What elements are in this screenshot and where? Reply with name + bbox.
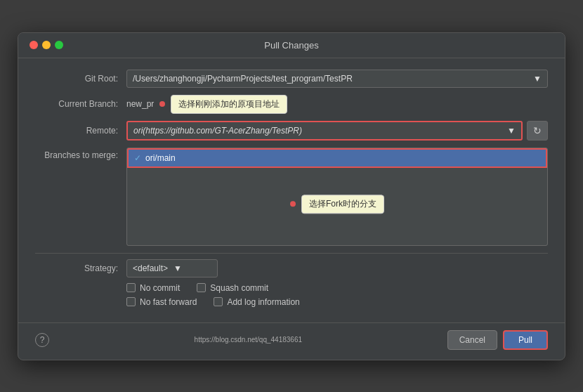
action-buttons: Cancel Pull (447, 330, 548, 350)
remote-select-value: ori(https://github.com/GT-AcerZhang/Test… (133, 126, 302, 136)
git-root-arrow: ▼ (533, 74, 542, 84)
divider (35, 253, 548, 254)
annotation-dot-2 (290, 201, 296, 207)
strategy-value: <default> (133, 263, 168, 273)
refresh-button[interactable]: ↻ (527, 121, 548, 141)
tooltip-1: 选择刚刚添加的原项目地址 (171, 95, 287, 114)
git-root-select[interactable]: /Users/zhanghongji/PycharmProjects/test_… (126, 70, 548, 88)
strategy-label: Strategy: (35, 263, 126, 273)
add-log-item: Add log information (214, 297, 299, 307)
no-commit-item: No commit (126, 283, 180, 293)
tooltip-container-2: 选择Fork时的分支 (290, 195, 384, 214)
pull-changes-dialog: Pull Changes Git Root: /Users/zhanghongj… (18, 32, 565, 360)
branches-label: Branches to merge: (35, 148, 126, 160)
checkboxes-row-2: No fast forward Add log information (126, 297, 548, 307)
remote-select[interactable]: ori(https://github.com/GT-AcerZhang/Test… (126, 121, 523, 141)
help-button[interactable]: ? (35, 333, 49, 347)
remote-control: ori(https://github.com/GT-AcerZhang/Test… (126, 121, 548, 141)
remote-inner: ori(https://github.com/GT-AcerZhang/Test… (126, 121, 548, 141)
no-fast-forward-item: No fast forward (126, 297, 197, 307)
remote-label: Remote: (35, 126, 126, 136)
current-branch-label: Current Branch: (35, 99, 126, 109)
branches-row: Branches to merge: ✓ ori/main 选择Fork时的分支 (35, 148, 548, 246)
current-branch-row: Current Branch: new_pr 选择刚刚添加的原项目地址 (35, 95, 548, 114)
no-commit-checkbox[interactable] (126, 283, 136, 292)
strategy-section: Strategy: <default> ▼ No commit Squash c… (35, 259, 548, 307)
no-fast-forward-checkbox[interactable] (126, 297, 136, 306)
dialog-title: Pull Changes (264, 40, 318, 51)
git-root-value: /Users/zhanghongji/PycharmProjects/test_… (133, 74, 353, 84)
traffic-lights (30, 41, 63, 49)
remote-row: Remote: ori(https://github.com/GT-AcerZh… (35, 121, 548, 141)
squash-commit-label: Squash commit (210, 283, 268, 293)
minimize-button[interactable] (42, 41, 51, 49)
branches-control: ✓ ori/main 选择Fork时的分支 (126, 148, 548, 246)
branch-checkmark: ✓ (134, 153, 141, 163)
no-fast-forward-label: No fast forward (140, 297, 197, 307)
title-bar: Pull Changes (18, 33, 565, 58)
branches-list[interactable]: ✓ ori/main 选择Fork时的分支 (126, 148, 548, 246)
tooltip-2: 选择Fork时的分支 (301, 195, 384, 214)
git-root-row: Git Root: /Users/zhanghongji/PycharmProj… (35, 70, 548, 88)
current-branch-inner: new_pr 选择刚刚添加的原项目地址 (126, 95, 548, 114)
cancel-button[interactable]: Cancel (447, 330, 497, 350)
annotation-dot-1 (159, 101, 165, 107)
current-branch-control: new_pr 选择刚刚添加的原项目地址 (126, 95, 548, 114)
git-root-control: /Users/zhanghongji/PycharmProjects/test_… (126, 70, 548, 88)
dialog-content: Git Root: /Users/zhanghongji/PycharmProj… (18, 58, 565, 322)
branch-item-label: ori/main (145, 153, 176, 163)
watermark: https://blog.csdn.net/qq_44183661 (195, 336, 302, 344)
zoom-button[interactable] (55, 41, 63, 49)
squash-commit-checkbox[interactable] (197, 283, 206, 292)
no-commit-label: No commit (140, 283, 180, 293)
bottom-bar: ? https://blog.csdn.net/qq_44183661 Canc… (18, 322, 565, 360)
remote-arrow: ▼ (507, 126, 516, 136)
add-log-label: Add log information (227, 297, 299, 307)
squash-commit-item: Squash commit (197, 283, 268, 293)
branch-name-value: new_pr (126, 99, 154, 109)
checkboxes-row-1: No commit Squash commit (126, 283, 548, 293)
strategy-row: Strategy: <default> ▼ (35, 259, 548, 277)
pull-button[interactable]: Pull (503, 330, 548, 350)
strategy-arrow: ▼ (173, 263, 182, 273)
git-root-label: Git Root: (35, 74, 126, 84)
add-log-checkbox[interactable] (214, 297, 223, 306)
branch-item-ori-main[interactable]: ✓ ori/main (127, 148, 547, 168)
close-button[interactable] (30, 41, 38, 49)
strategy-select[interactable]: <default> ▼ (126, 259, 218, 277)
